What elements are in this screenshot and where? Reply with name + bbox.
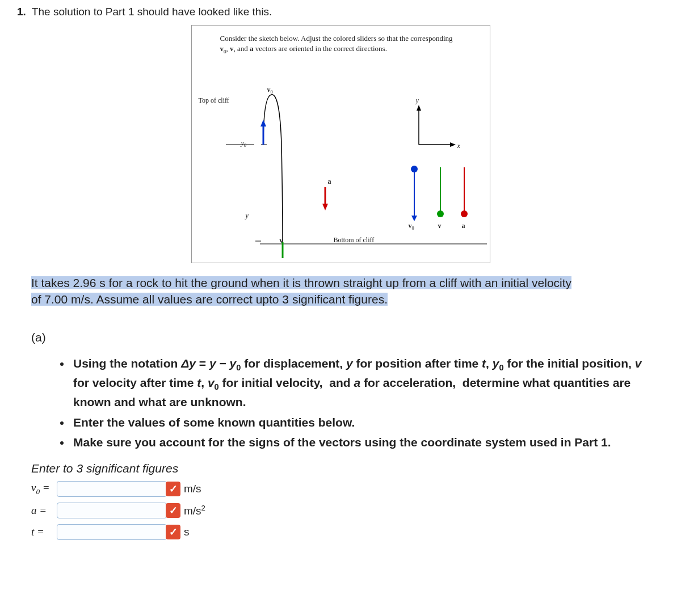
symbol-a: a = xyxy=(31,504,57,517)
svg-marker-13 xyxy=(417,105,421,111)
sigfig-instruction: Enter to 3 significant figures xyxy=(31,462,664,475)
label-v0: v0 xyxy=(267,86,273,95)
svg-marker-16 xyxy=(411,216,417,221)
label-a: a xyxy=(328,178,331,186)
label-v: v xyxy=(280,237,283,245)
svg-marker-11 xyxy=(450,142,456,147)
check-badge-icon[interactable]: ✓ xyxy=(166,525,180,539)
svg-point-20 xyxy=(461,210,468,217)
input-row-t: t = ✓ s xyxy=(31,524,664,540)
axis-x-label: x xyxy=(457,142,460,150)
question-header: 1. The solution to Part 1 should have lo… xyxy=(17,6,664,18)
symbol-v0: v0 = xyxy=(31,482,57,496)
slider-label-v0: v0 xyxy=(409,222,414,231)
svg-point-15 xyxy=(411,166,418,172)
label-top-of-cliff: Top of cliff xyxy=(199,96,229,105)
unit-t: s xyxy=(184,526,190,538)
axis-y-label: y xyxy=(416,96,419,105)
diagram-frame: Consider the sketch below. Adjust the co… xyxy=(191,25,490,263)
question-number: 1. xyxy=(17,6,26,18)
part-label: (a) xyxy=(31,331,664,344)
highlighted-prompt: It takes 2.96 s for a rock to hit the gr… xyxy=(31,275,582,308)
svg-point-18 xyxy=(437,210,444,217)
bullet-item: Using the notation Δy = y − y0 for displ… xyxy=(71,355,658,411)
diagram-svg xyxy=(226,60,493,258)
check-badge-icon[interactable]: ✓ xyxy=(166,482,180,496)
bullet-item: Make sure you account for the signs of t… xyxy=(71,433,658,452)
a-input[interactable] xyxy=(57,503,167,518)
check-badge-icon[interactable]: ✓ xyxy=(166,503,180,518)
label-y: y xyxy=(246,212,249,220)
svg-marker-5 xyxy=(260,120,266,126)
bullet-item: Enter the values of some known quantitie… xyxy=(71,414,658,432)
diagram-instructions: Consider the sketch below. Adjust the co… xyxy=(220,33,461,54)
unit-a: m/s2 xyxy=(184,504,205,517)
slider-label-a: a xyxy=(462,222,465,230)
symbol-t: t = xyxy=(31,526,57,538)
svg-marker-9 xyxy=(322,204,328,210)
label-y0: y0 xyxy=(241,139,247,148)
input-row-a: a = ✓ m/s2 xyxy=(31,503,664,518)
input-row-v0: v0 = ✓ m/s xyxy=(31,481,664,497)
v0-input[interactable] xyxy=(57,481,167,497)
slider-label-v: v xyxy=(438,222,442,230)
t-input[interactable] xyxy=(57,524,167,540)
label-bottom-of-cliff: Bottom of cliff xyxy=(334,236,375,244)
unit-v0: m/s xyxy=(184,483,201,495)
intro-text: The solution to Part 1 should have looke… xyxy=(32,6,272,18)
instruction-bullets: Using the notation Δy = y − y0 for displ… xyxy=(48,355,658,452)
